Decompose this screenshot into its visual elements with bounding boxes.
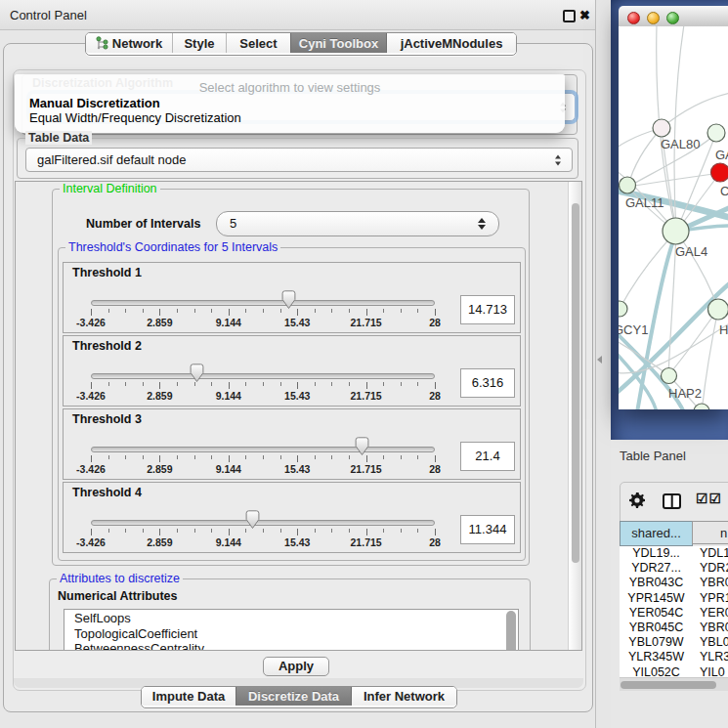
node-label-ga: GA <box>715 148 728 162</box>
threshold-3-slider-track[interactable] <box>91 447 435 452</box>
threshold-2-slider-thumb[interactable] <box>190 364 204 383</box>
node-bottom[interactable] <box>694 404 709 409</box>
cell-name: YDR2 <box>693 561 728 576</box>
tab-cyni-toolbox[interactable]: Cyni Toolbox <box>290 33 386 53</box>
cyni-mode-tabs: Impute Data Discretize Data Infer Networ… <box>141 686 457 708</box>
apply-button[interactable]: Apply <box>263 657 329 676</box>
scale-label: 28 <box>429 390 441 402</box>
network-window-titlebar[interactable] <box>619 6 728 27</box>
zoom-traffic-light-icon[interactable] <box>666 12 679 24</box>
node-h[interactable] <box>708 299 728 320</box>
settings-scrollbar-thumb[interactable] <box>572 203 579 563</box>
cell-shared-name: YDL19... <box>620 546 693 561</box>
interval-definition-group-title: Interval Definition <box>60 182 160 195</box>
scale-label: 28 <box>429 463 441 475</box>
threshold-4-slider-track[interactable] <box>91 520 435 526</box>
tab-discretize-data[interactable]: Discretize Data <box>236 687 351 706</box>
tab-network[interactable]: Network <box>86 33 172 53</box>
scale-label: 21.715 <box>351 463 382 475</box>
threshold-1-panel: Threshold 1 -3.426 2.859 9.144 15.43 21.… <box>63 262 521 333</box>
threshold-4-value-field[interactable]: 11.344 <box>460 515 515 544</box>
attributes-list-scrollbar[interactable] <box>506 611 516 651</box>
scale-label: 15.43 <box>284 317 310 328</box>
cell-name: YBR0 <box>693 621 728 635</box>
scale-label: 28 <box>429 536 441 548</box>
number-of-intervals-stepper-icon <box>478 218 486 230</box>
tab-jactivemnodules[interactable]: jActiveMNodules <box>386 33 516 53</box>
threshold-1-value-field[interactable]: 14.713 <box>460 295 515 324</box>
table-row[interactable]: YIL052CYIL0 <box>620 665 728 677</box>
cell-name: YBR0 <box>693 576 728 590</box>
split-table-icon[interactable] <box>663 493 681 509</box>
threshold-2-value-field[interactable]: 6.316 <box>460 368 515 398</box>
cell-name: YDL1 <box>693 546 728 561</box>
scale-label: -3.426 <box>76 317 106 328</box>
cell-name: YPR1 <box>693 591 728 606</box>
tab-discretize-data-label: Discretize Data <box>248 689 339 704</box>
minimize-traffic-light-icon[interactable] <box>647 12 660 24</box>
cell-shared-name: YDR27... <box>620 561 693 576</box>
split-pane-divider-handle[interactable] <box>597 356 602 364</box>
dropdown-item-equal-width[interactable]: Equal Width/Frequency Discretization <box>15 110 565 126</box>
table-row[interactable]: YER054CYER0 <box>620 606 728 621</box>
node-label-gal80: GAL80 <box>661 137 700 151</box>
table-horizontal-scrollbar[interactable] <box>620 677 728 691</box>
threshold-1-label: Threshold 1 <box>72 266 142 279</box>
list-item-selfloops[interactable]: SelfLoops <box>74 611 131 625</box>
tab-select[interactable]: Select <box>226 33 290 53</box>
node-label-c: C <box>720 184 728 198</box>
tab-infer-network-label: Infer Network <box>364 689 445 704</box>
node-label-gcy1: GCY1 <box>619 322 648 337</box>
node-gcy1[interactable] <box>619 301 627 317</box>
threshold-1-slider-thumb[interactable] <box>281 290 296 310</box>
gear-icon[interactable] <box>629 492 645 508</box>
dropdown-item-placeholder[interactable]: Select algorithm to view settings <box>15 80 565 96</box>
tab-jactivemnodules-label: jActiveMNodules <box>401 36 503 51</box>
scale-label: 21.715 <box>351 317 382 328</box>
node-gal80[interactable] <box>653 119 670 137</box>
table-horizontal-scrollbar-thumb[interactable] <box>621 681 716 689</box>
table-row[interactable]: YDL19...YDL1 <box>620 546 728 561</box>
tab-infer-network[interactable]: Infer Network <box>351 687 456 706</box>
scale-label: 21.715 <box>351 390 382 402</box>
close-traffic-light-icon[interactable] <box>627 12 640 24</box>
threshold-2-major-ticks <box>91 382 436 389</box>
scale-label: -3.426 <box>76 536 106 548</box>
dropdown-item-manual-discretization[interactable]: Manual Discretization <box>15 96 565 111</box>
table-body: YDL19...YDL1 YDR27...YDR2 YBR043CYBR0 YP… <box>620 546 728 677</box>
threshold-1-slider-track[interactable] <box>91 300 435 306</box>
network-canvas[interactable]: GAL80 GA C GAL11 GAL4 GCY1 H HAP2 <box>619 26 728 409</box>
table-row[interactable]: YLR345WYLR3 <box>620 650 728 664</box>
cell-shared-name: YER054C <box>620 606 693 621</box>
threshold-4-slider-thumb[interactable] <box>245 510 260 530</box>
scale-label: 15.43 <box>284 390 310 402</box>
tab-style[interactable]: Style <box>172 33 226 53</box>
node-selected-red[interactable] <box>711 163 728 182</box>
node-ga[interactable] <box>707 124 725 142</box>
list-item-topologicalcoefficient[interactable]: TopologicalCoefficient <box>74 626 197 641</box>
tab-impute-data[interactable]: Impute Data <box>142 687 236 706</box>
table-row[interactable]: YBR045CYBR0 <box>620 621 728 635</box>
threshold-3-value-field[interactable]: 21.4 <box>460 442 515 471</box>
node-hap2[interactable] <box>662 368 677 384</box>
scale-label: 2.859 <box>147 536 172 548</box>
close-icon[interactable]: ✖ <box>579 7 590 23</box>
threshold-3-slider-thumb[interactable] <box>355 437 369 456</box>
table-row[interactable]: YDR27...YDR2 <box>620 561 728 576</box>
node-gal11[interactable] <box>620 177 636 193</box>
table-row[interactable]: YPR145WYPR1 <box>620 591 728 606</box>
select-columns-icon[interactable]: ☑☑ <box>696 491 722 506</box>
column-header-shared-name[interactable]: shared... <box>620 521 693 546</box>
table-row[interactable]: YBL079WYBL0 <box>620 635 728 650</box>
column-header-name[interactable]: n <box>692 521 728 544</box>
list-item-betweennesscentrality[interactable]: BetweennessCentrality <box>74 641 204 651</box>
float-window-icon[interactable] <box>563 10 576 22</box>
node-gal4[interactable] <box>663 218 689 244</box>
threshold-2-slider-track[interactable] <box>91 373 435 379</box>
threshold-4-major-ticks <box>91 529 436 535</box>
table-row[interactable]: YBR043CYBR0 <box>620 576 728 590</box>
table-data-combobox[interactable]: galFiltered.sif default node <box>25 148 573 172</box>
number-of-intervals-combobox[interactable]: 5 <box>216 211 499 236</box>
settings-scrollbar-track[interactable] <box>568 182 581 650</box>
cell-shared-name: YBR045C <box>620 621 693 635</box>
